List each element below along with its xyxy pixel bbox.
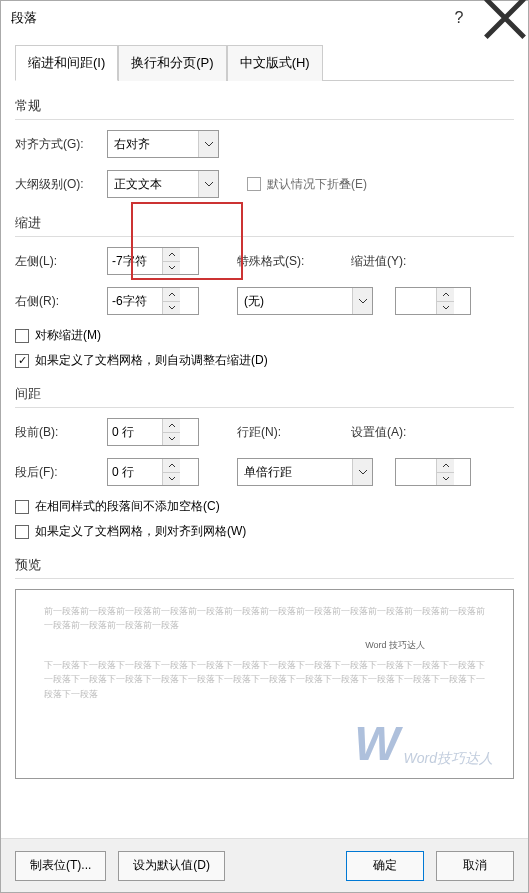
spinner-buttons[interactable] [436, 459, 454, 485]
spinner-buttons[interactable] [162, 459, 180, 485]
indent-by-input[interactable] [396, 288, 436, 314]
checkbox-box-icon [15, 329, 29, 343]
space-after-spinner[interactable] [107, 458, 199, 486]
up-arrow-icon[interactable] [437, 288, 454, 301]
at-spinner[interactable] [395, 458, 471, 486]
down-arrow-icon[interactable] [163, 261, 180, 275]
space-after-label: 段后(F): [15, 464, 101, 481]
down-arrow-icon[interactable] [163, 432, 180, 446]
chevron-down-icon [352, 459, 372, 485]
dialog-content: 缩进和间距(I) 换行和分页(P) 中文版式(H) 常规 对齐方式(G): 右对… [1, 35, 528, 839]
space-before-spinner[interactable] [107, 418, 199, 446]
special-value: (无) [238, 293, 352, 310]
spinner-buttons[interactable] [436, 288, 454, 314]
group-preview: 预览 前一段落前一段落前一段落前一段落前一段落前一段落前一段落前一段落前一段落前… [15, 554, 514, 779]
preview-box: 前一段落前一段落前一段落前一段落前一段落前一段落前一段落前一段落前一段落前一段落… [15, 589, 514, 779]
indent-by-spinner[interactable] [395, 287, 471, 315]
space-after-input[interactable] [108, 459, 162, 485]
close-icon [482, 0, 528, 41]
tab-strip: 缩进和间距(I) 换行和分页(P) 中文版式(H) [15, 45, 514, 81]
line-spacing-select[interactable]: 单倍行距 [237, 458, 373, 486]
indent-right-spinner[interactable] [107, 287, 199, 315]
special-label: 特殊格式(S): [237, 253, 309, 270]
chevron-down-icon [198, 131, 218, 157]
watermark-text: Word技巧达人 [404, 750, 493, 768]
indent-right-input[interactable] [108, 288, 162, 314]
up-arrow-icon[interactable] [163, 248, 180, 261]
indent-by-label: 缩进值(Y): [351, 253, 423, 270]
group-spacing: 间距 段前(B): 行距(N): 设置值(A): 段后(F): [15, 383, 514, 540]
line-spacing-value: 单倍行距 [238, 464, 352, 481]
tab-indent-spacing[interactable]: 缩进和间距(I) [15, 45, 118, 81]
up-arrow-icon[interactable] [163, 419, 180, 432]
watermark-logo-icon: W [354, 720, 399, 768]
checkbox-box-icon [15, 500, 29, 514]
indent-left-spinner[interactable] [107, 247, 199, 275]
down-arrow-icon[interactable] [163, 301, 180, 315]
group-spacing-title: 间距 [15, 383, 514, 408]
checkbox-box-icon [247, 177, 261, 191]
group-indent: 缩进 左侧(L): 特殊格式(S): 缩进值(Y): 右侧(R): [15, 212, 514, 369]
spacing-grid-checkbox[interactable]: 如果定义了文档网格，则对齐到网格(W) [15, 523, 514, 540]
collapse-label: 默认情况下折叠(E) [267, 176, 367, 193]
down-arrow-icon[interactable] [163, 472, 180, 486]
indent-grid-checkbox[interactable]: 如果定义了文档网格，则自动调整右缩进(D) [15, 352, 514, 369]
tab-chinese[interactable]: 中文版式(H) [227, 45, 323, 81]
paragraph-dialog: 段落 ? 缩进和间距(I) 换行和分页(P) 中文版式(H) 常规 对齐方式(G… [0, 0, 529, 893]
space-before-input[interactable] [108, 419, 162, 445]
dialog-footer: 制表位(T)... 设为默认值(D) 确定 取消 [1, 838, 528, 892]
down-arrow-icon[interactable] [437, 472, 454, 486]
preview-after-text: 下一段落下一段落下一段落下一段落下一段落下一段落下一段落下一段落下一段落下一段落… [44, 658, 485, 701]
cancel-button[interactable]: 取消 [436, 851, 514, 881]
ok-button[interactable]: 确定 [346, 851, 424, 881]
collapse-checkbox: 默认情况下折叠(E) [247, 176, 367, 193]
indent-left-input[interactable] [108, 248, 162, 274]
alignment-select[interactable]: 右对齐 [107, 130, 219, 158]
spinner-buttons[interactable] [162, 288, 180, 314]
indent-grid-label: 如果定义了文档网格，则自动调整右缩进(D) [35, 352, 268, 369]
spacing-grid-label: 如果定义了文档网格，则对齐到网格(W) [35, 523, 246, 540]
outline-label: 大纲级别(O): [15, 176, 101, 193]
alignment-value: 右对齐 [108, 136, 198, 153]
group-general-title: 常规 [15, 95, 514, 120]
outline-value: 正文文本 [108, 176, 198, 193]
no-space-checkbox[interactable]: 在相同样式的段落间不添加空格(C) [15, 498, 514, 515]
tabs-button[interactable]: 制表位(T)... [15, 851, 106, 881]
preview-sample-text: Word 技巧达人 [44, 639, 485, 652]
dialog-title: 段落 [11, 9, 436, 27]
close-button[interactable] [482, 3, 528, 33]
indent-right-label: 右侧(R): [15, 293, 101, 310]
down-arrow-icon[interactable] [437, 301, 454, 315]
preview-before-text: 前一段落前一段落前一段落前一段落前一段落前一段落前一段落前一段落前一段落前一段落… [44, 604, 485, 633]
spinner-buttons[interactable] [162, 419, 180, 445]
alignment-label: 对齐方式(G): [15, 136, 101, 153]
up-arrow-icon[interactable] [163, 288, 180, 301]
group-indent-title: 缩进 [15, 212, 514, 237]
at-input[interactable] [396, 459, 436, 485]
no-space-label: 在相同样式的段落间不添加空格(C) [35, 498, 220, 515]
set-default-button[interactable]: 设为默认值(D) [118, 851, 225, 881]
up-arrow-icon[interactable] [163, 459, 180, 472]
group-general: 常规 对齐方式(G): 右对齐 大纲级别(O): 正文文本 默认情况下折叠(E) [15, 95, 514, 198]
help-button[interactable]: ? [436, 3, 482, 33]
title-bar: 段落 ? [1, 1, 528, 35]
checkbox-box-icon [15, 525, 29, 539]
spinner-buttons[interactable] [162, 248, 180, 274]
checkbox-box-icon [15, 354, 29, 368]
indent-left-label: 左侧(L): [15, 253, 101, 270]
chevron-down-icon [198, 171, 218, 197]
mirror-indent-checkbox[interactable]: 对称缩进(M) [15, 327, 514, 344]
at-label: 设置值(A): [351, 424, 423, 441]
line-label: 行距(N): [237, 424, 309, 441]
mirror-indent-label: 对称缩进(M) [35, 327, 101, 344]
group-preview-title: 预览 [15, 554, 514, 579]
tab-pagination[interactable]: 换行和分页(P) [118, 45, 226, 81]
space-before-label: 段前(B): [15, 424, 101, 441]
special-select[interactable]: (无) [237, 287, 373, 315]
up-arrow-icon[interactable] [437, 459, 454, 472]
outline-select[interactable]: 正文文本 [107, 170, 219, 198]
chevron-down-icon [352, 288, 372, 314]
watermark: W Word技巧达人 [354, 720, 493, 768]
